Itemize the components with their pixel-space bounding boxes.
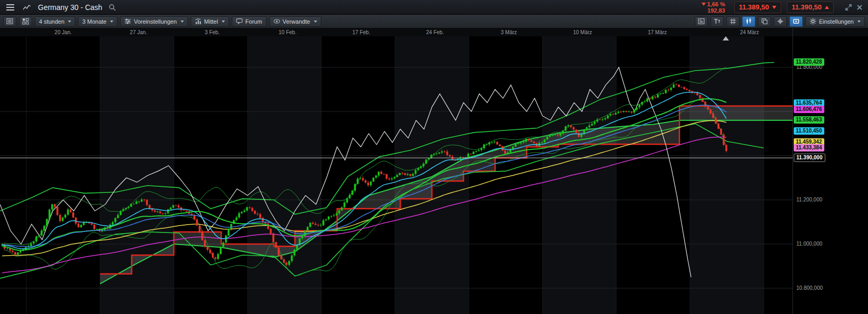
indicator-price-tag: 11.558,463 [794,116,824,124]
sliders-icon [124,18,131,25]
change-percent: 1,66 % [707,1,725,7]
price-change: 1,66 % 192,83 [702,1,725,14]
settings-dropdown[interactable]: Einstellungen [805,16,865,27]
chevron-down-icon [181,21,184,23]
grid-toggle-icon-button[interactable] [726,16,739,27]
mittel-dropdown[interactable]: Mittel [191,16,229,27]
chart-toolbar: 4 stunden 3 Monate Voreinstellungen Mitt… [0,15,868,28]
chart-area[interactable]: 20 Jan.27 Jan.3 Feb.10 Feb.17 Feb.24 Feb… [0,28,868,314]
candlestick-type-icon-button[interactable] [742,16,755,27]
axis-price-label: 10.800,000 [796,285,823,291]
change-down-icon [702,3,706,6]
presets-label: Voreinstellungen [134,18,176,25]
change-absolute: 192,83 [707,7,725,14]
svg-text:17 März: 17 März [648,29,667,35]
chevron-down-icon [68,21,71,23]
indicator-price-tag: 11.510,450 [794,127,824,135]
news-panel-icon [698,18,705,25]
buy-price-button[interactable]: 11.390,50 [787,2,834,13]
svg-text:24 Feb.: 24 Feb. [426,29,444,35]
related-label: Verwandte [283,18,310,25]
range-dropdown[interactable]: 3 Monate [78,16,117,27]
svg-text:20 Jan.: 20 Jan. [55,29,72,35]
news-panel-icon-button[interactable] [695,16,708,27]
grid-icon [22,18,29,25]
axis-price-label: 11.000,000 [796,241,822,247]
trading-app: Germany 30 - Cash 1,66 % 192,83 11.389,5… [0,0,868,314]
close-icon[interactable] [856,4,863,11]
indicator-price-tag: 11.820,428 [794,58,824,66]
timeframe-dropdown[interactable]: 4 stunden [35,16,75,27]
layout-grid-icon-button[interactable] [19,16,32,27]
comparison-icon-button[interactable] [790,16,803,27]
buy-arrow-icon [825,6,829,9]
chevron-down-icon [314,21,317,23]
sell-arrow-icon [772,6,776,9]
crosshair-tool-icon-button[interactable] [774,16,787,27]
window-controls [845,4,863,11]
eye-icon [273,18,280,25]
svg-text:3 Feb.: 3 Feb. [205,29,220,35]
gear-icon [810,18,816,25]
sell-price: 11.389,50 [739,3,769,11]
hamburger-icon [6,4,14,11]
candlestick-icon [745,18,752,25]
presets-dropdown[interactable]: Voreinstellungen [120,16,188,27]
buy-price: 11.390,50 [792,3,822,11]
svg-text:3 März: 3 März [501,29,517,35]
svg-text:17 Feb.: 17 Feb. [352,29,370,35]
title-bar: Germany 30 - Cash 1,66 % 192,83 11.389,5… [0,0,868,15]
range-label: 3 Monate [82,18,106,25]
svg-text:10 März: 10 März [573,29,592,35]
text-tool-icon-button[interactable] [711,16,724,27]
list-icon [6,18,13,25]
forum-button[interactable]: Forum [232,16,267,27]
text-tool-icon [714,18,721,25]
price-axis[interactable]: 11.800,00011.200,00011.000,00010.800,000… [793,28,868,314]
search-icon[interactable] [105,2,119,13]
settings-label: Einstellungen [819,18,854,25]
chevron-down-icon [857,21,861,23]
menu-button[interactable] [3,2,17,13]
toolbar-right-group: Einstellungen [695,16,865,27]
sell-price-button[interactable]: 11.389,50 [734,2,781,13]
chevron-down-icon [110,21,113,23]
indicator-bars-icon [195,18,202,25]
svg-text:27 Jan.: 27 Jan. [130,29,147,35]
timeframe-label: 4 stunden [39,18,64,25]
price-chart[interactable]: 20 Jan.27 Jan.3 Feb.10 Feb.17 Feb.24 Feb… [0,28,868,314]
popout-icon[interactable] [845,4,852,11]
related-dropdown[interactable]: Verwandte [269,16,321,27]
chat-icon [236,18,243,25]
chevron-down-icon [222,21,225,23]
forum-label: Forum [245,18,262,25]
instrument-title: Germany 30 - Cash [38,3,102,12]
indicator-price-tag: 11.606,476 [794,106,824,113]
duplicate-icon [761,18,768,25]
news-list-icon-button[interactable] [3,16,16,27]
chart-line-icon[interactable] [20,2,34,13]
current-price-tag: 11.390,000 [794,154,825,162]
axis-price-label: 11.200,000 [796,197,822,202]
comparison-icon [793,18,800,25]
grid-lines-icon [729,18,736,25]
svg-text:10 Feb.: 10 Feb. [279,29,297,35]
duplicate-chart-icon-button[interactable] [758,16,771,27]
indicator-price-tag: 11.433,384 [794,144,824,151]
crosshair-icon [777,18,784,25]
svg-text:24 März: 24 März [740,29,759,35]
mittel-label: Mittel [204,18,218,25]
